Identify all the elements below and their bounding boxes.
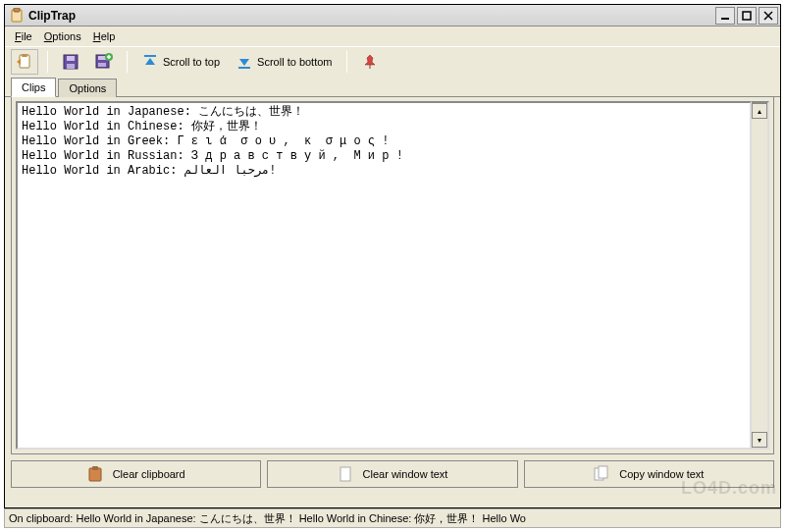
clipboard-arrow-icon <box>16 53 33 71</box>
svg-rect-3 <box>743 12 751 20</box>
menu-help[interactable]: Help <box>87 28 122 44</box>
tab-options[interactable]: Options <box>58 79 117 97</box>
save-as-button[interactable] <box>90 49 118 75</box>
svg-rect-9 <box>67 56 75 61</box>
content-area: Hello World in Japanese: こんにちは、世界！ Hello… <box>11 97 774 454</box>
menu-file[interactable]: File <box>9 28 38 44</box>
app-window: ClipTrap File Options Help <box>4 4 781 508</box>
statusbar: On clipboard: Hello World in Japanese: こ… <box>4 508 781 528</box>
window-controls <box>713 7 778 25</box>
close-button[interactable] <box>759 7 778 25</box>
vertical-scrollbar[interactable]: ▴ ▾ <box>752 101 769 450</box>
minimize-button[interactable] <box>715 7 735 25</box>
window-title: ClipTrap <box>28 9 713 23</box>
separator <box>47 51 48 73</box>
scroll-to-top-button[interactable]: Scroll to top <box>136 49 225 75</box>
scroll-bottom-label: Scroll to bottom <box>257 56 332 68</box>
clear-clipboard-label: Clear clipboard <box>113 468 185 480</box>
maximize-button[interactable] <box>737 7 757 25</box>
floppy-plus-icon <box>95 53 113 71</box>
scroll-bottom-icon <box>236 53 253 71</box>
menubar: File Options Help <box>5 27 780 46</box>
save-button[interactable] <box>57 49 84 75</box>
svg-rect-1 <box>14 8 20 12</box>
svg-rect-21 <box>340 467 350 481</box>
tab-clips[interactable]: Clips <box>11 78 56 97</box>
scroll-to-bottom-button[interactable]: Scroll to bottom <box>231 49 337 75</box>
bottom-button-bar: Clear clipboard Clear window text Copy w… <box>5 454 780 494</box>
page-icon <box>338 465 353 483</box>
floppy-icon <box>62 53 79 71</box>
app-icon <box>9 8 25 24</box>
tab-row: Clips Options <box>5 76 780 97</box>
copy-window-text-button[interactable]: Copy window text <box>524 460 774 488</box>
pin-icon <box>361 53 379 71</box>
svg-rect-7 <box>22 54 27 57</box>
copy-window-label: Copy window text <box>619 468 704 480</box>
pin-button[interactable] <box>356 49 384 75</box>
separator <box>346 51 347 73</box>
svg-rect-10 <box>67 64 75 69</box>
titlebar: ClipTrap <box>5 5 780 27</box>
svg-rect-20 <box>92 466 98 470</box>
copy-pages-icon <box>594 465 609 483</box>
scroll-top-icon <box>141 53 159 71</box>
clips-textarea[interactable]: Hello World in Japanese: こんにちは、世界！ Hello… <box>16 101 752 450</box>
scroll-down-button[interactable]: ▾ <box>752 432 767 448</box>
toolbar: Scroll to top Scroll to bottom <box>5 46 780 76</box>
scroll-top-label: Scroll to top <box>163 56 220 68</box>
menu-options[interactable]: Options <box>38 28 87 44</box>
svg-rect-12 <box>98 56 106 60</box>
clipboard-out-button[interactable] <box>11 49 38 75</box>
svg-rect-23 <box>599 466 607 478</box>
statusbar-text: On clipboard: Hello World in Japanese: こ… <box>9 511 526 526</box>
separator <box>127 51 128 73</box>
clear-window-text-button[interactable]: Clear window text <box>267 460 517 488</box>
scroll-up-button[interactable]: ▴ <box>752 103 767 119</box>
clipboard-icon <box>87 465 103 483</box>
clear-clipboard-button[interactable]: Clear clipboard <box>11 460 261 488</box>
clear-window-label: Clear window text <box>363 468 448 480</box>
svg-rect-13 <box>98 63 106 67</box>
